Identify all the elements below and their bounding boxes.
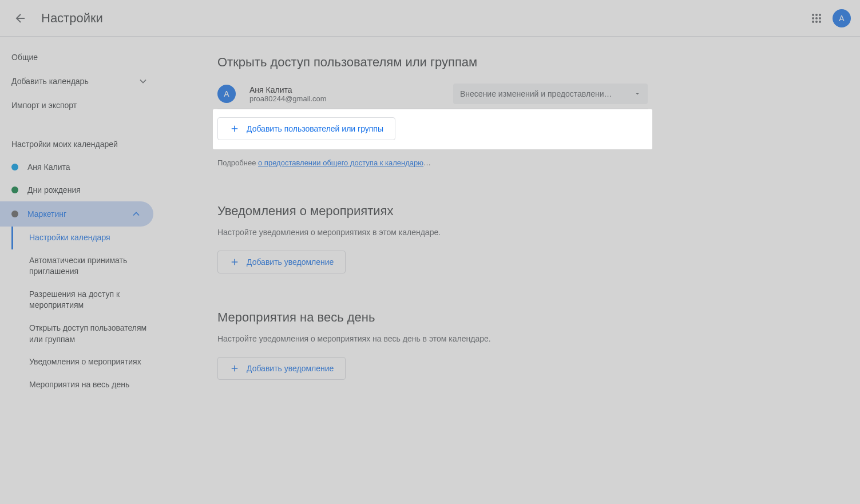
svg-point-0 bbox=[812, 14, 814, 16]
calendar-subnav: Настройки календаря Автоматически приним… bbox=[0, 227, 160, 396]
svg-point-7 bbox=[815, 21, 818, 23]
svg-point-6 bbox=[812, 21, 814, 23]
account-avatar[interactable]: А bbox=[833, 9, 851, 27]
permission-dropdown[interactable]: Внесение изменений и предоставлени… bbox=[453, 84, 648, 104]
add-event-notification-button[interactable]: Добавить уведомление bbox=[217, 251, 346, 273]
calendar-label: Аня Калита bbox=[27, 162, 70, 172]
svg-point-1 bbox=[815, 14, 818, 16]
event-notifications-title: Уведомления о мероприятиях bbox=[217, 204, 648, 219]
plus-icon bbox=[229, 363, 240, 374]
sidebar-calendar-marketing[interactable]: Маркетинг bbox=[0, 201, 153, 227]
svg-point-8 bbox=[819, 21, 821, 23]
event-notifications-desc: Настройте уведомления о мероприятиях в э… bbox=[217, 228, 648, 237]
add-users-highlight: Добавить пользователей или группы bbox=[213, 109, 652, 149]
calendar-color-dot bbox=[11, 211, 18, 217]
plus-icon bbox=[229, 124, 240, 134]
user-name: Аня Калита bbox=[249, 85, 453, 94]
dropdown-arrow-icon bbox=[634, 90, 641, 97]
permission-value: Внесение изменений и предоставлени… bbox=[460, 89, 612, 98]
sidebar-calendar-anya[interactable]: Аня Калита bbox=[0, 156, 153, 178]
subnav-event-permissions[interactable]: Разрешения на доступ к мероприятиям bbox=[11, 283, 160, 317]
share-section-title: Открыть доступ пользователям или группам bbox=[217, 55, 648, 70]
back-button[interactable] bbox=[9, 7, 32, 30]
sidebar-item-label: Общие bbox=[11, 53, 38, 62]
add-notification-label: Добавить уведомление bbox=[247, 364, 334, 373]
add-allday-notification-button[interactable]: Добавить уведомление bbox=[217, 357, 346, 380]
event-notifications-section: Уведомления о мероприятиях Настройте уве… bbox=[217, 204, 648, 273]
allday-notifications-section: Мероприятия на весь день Настройте уведо… bbox=[217, 310, 648, 380]
calendar-color-dot bbox=[11, 186, 18, 193]
plus-icon bbox=[229, 257, 240, 267]
subnav-auto-accept[interactable]: Автоматически принимать приглашения bbox=[11, 249, 160, 283]
shared-user-row: А Аня Калита proa80244@gmail.com Внесени… bbox=[217, 79, 648, 109]
sidebar-item-label: Импорт и экспорт bbox=[11, 101, 77, 110]
google-apps-button[interactable] bbox=[805, 7, 828, 30]
calendar-label: Маркетинг bbox=[27, 209, 66, 219]
arrow-left-icon bbox=[14, 11, 27, 25]
subnav-calendar-settings[interactable]: Настройки календаря bbox=[11, 227, 160, 249]
add-notification-label: Добавить уведомление bbox=[247, 257, 334, 267]
apps-grid-icon bbox=[811, 13, 822, 23]
subnav-event-notifications[interactable]: Уведомления о мероприятиях bbox=[11, 351, 160, 374]
chevron-up-icon bbox=[130, 208, 142, 220]
sidebar-item-import-export[interactable]: Импорт и экспорт bbox=[0, 94, 160, 117]
share-section: Открыть доступ пользователям или группам… bbox=[217, 50, 648, 167]
svg-point-3 bbox=[812, 17, 814, 19]
calendar-label: Дни рождения bbox=[27, 185, 81, 195]
app-header: Настройки А bbox=[0, 0, 860, 37]
sidebar-item-general[interactable]: Общие bbox=[0, 46, 160, 69]
sidebar-item-add-calendar[interactable]: Добавить календарь bbox=[0, 69, 160, 94]
add-users-label: Добавить пользователей или группы bbox=[247, 124, 383, 133]
share-help-link[interactable]: о предоставлении общего доступа к календ… bbox=[258, 158, 423, 167]
sidebar-calendar-birthdays[interactable]: Дни рождения bbox=[0, 178, 153, 201]
add-users-button[interactable]: Добавить пользователей или группы bbox=[217, 117, 395, 140]
svg-point-2 bbox=[819, 14, 821, 16]
user-email: proa80244@gmail.com bbox=[249, 94, 453, 103]
allday-notifications-desc: Настройте уведомления о мероприятиях на … bbox=[217, 334, 648, 343]
sidebar-item-label: Добавить календарь bbox=[11, 77, 89, 86]
svg-point-4 bbox=[815, 17, 818, 19]
calendar-color-dot bbox=[11, 164, 18, 170]
chevron-down-icon bbox=[137, 76, 149, 87]
sidebar-section-my-calendars: Настройки моих календарей bbox=[0, 130, 160, 156]
page-title: Настройки bbox=[41, 11, 103, 26]
subnav-share-users[interactable]: Открыть доступ пользователям или группам bbox=[11, 317, 160, 351]
settings-main: Открыть доступ пользователям или группам… bbox=[160, 37, 675, 430]
allday-notifications-title: Мероприятия на весь день bbox=[217, 310, 648, 325]
svg-point-5 bbox=[819, 17, 821, 19]
settings-sidebar: Общие Добавить календарь Импорт и экспор… bbox=[0, 37, 160, 430]
subnav-allday-events[interactable]: Мероприятия на весь день bbox=[11, 374, 160, 396]
share-more-info: Подробнее о предоставлении общего доступ… bbox=[217, 158, 648, 167]
user-avatar: А bbox=[217, 85, 236, 103]
